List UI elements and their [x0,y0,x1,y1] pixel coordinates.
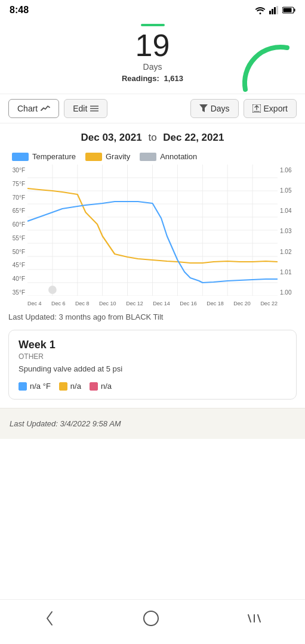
readings-value: 1,613 [164,74,183,83]
date-separator: to [148,132,156,143]
days-number: 19 [135,30,170,61]
export-label: Export [264,104,288,113]
y-axis-right: 1.06 1.05 1.04 1.03 1.02 1.01 1.00 [278,165,299,298]
week-stats: n/a °F n/a n/a [19,382,286,391]
main-chart [27,165,278,296]
filter-icon [199,104,208,113]
stat-temperature: n/a °F [19,382,51,391]
svg-rect-0 [269,11,271,14]
chart-legend: Temperature Gravity Annotation [0,148,305,165]
date-start: Dec 03, 2021 [81,132,142,143]
wifi-icon [255,6,266,14]
gravity-label: Gravity [106,152,130,161]
svg-rect-2 [274,7,276,14]
temperature-color [12,153,29,161]
week-title: Week 1 [19,339,286,351]
chart-button[interactable]: Chart [8,99,59,118]
annotation-dot [48,286,57,294]
svg-rect-5 [294,9,295,12]
progress-arc [239,36,293,95]
signal-icon [269,6,279,14]
week-type: OTHER [19,352,286,361]
menu-button[interactable] [235,610,273,630]
chart-label: Chart [17,104,38,113]
chart-area: 30°F 75°F 70°F 65°F 60°F 55°F 50°F 45°F … [0,165,305,306]
edit-label: Edit [73,104,87,113]
date-range: Dec 03, 2021 to Dec 22, 2021 [0,123,305,148]
stat-gravity-dot [59,382,67,391]
svg-marker-10 [199,104,208,112]
home-icon [143,610,159,627]
svg-rect-3 [276,6,278,14]
status-time: 8:48 [10,5,29,16]
menu-icon [247,612,261,624]
list-icon [90,105,98,112]
readings-info: Readings: 1,613 [122,74,183,83]
toolbar: Chart Edit Days Export [0,94,305,123]
readings-label: Readings: [122,74,159,83]
header-dash [141,24,165,26]
stat-annotation-label: n/a [101,382,112,391]
back-button[interactable] [32,607,67,633]
week-card: Week 1 OTHER Spunding valve added at 5 p… [8,330,297,400]
y-axis-left: 30°F 75°F 70°F 65°F 60°F 55°F 50°F 45°F … [6,165,27,298]
week-note: Spunding valve added at 5 psi [19,364,286,373]
last-updated-info: Last Updated: 3 months ago from BLACK Ti… [0,306,305,326]
battery-icon [282,7,295,14]
svg-rect-6 [284,8,292,13]
export-icon [252,104,261,113]
chart-icon [41,104,50,113]
stat-gravity: n/a [59,382,81,391]
export-button[interactable]: Export [244,99,297,118]
date-end: Dec 22, 2021 [163,132,224,143]
edit-button[interactable]: Edit [64,99,107,118]
stat-annotation: n/a [90,382,112,391]
stat-annotation-dot [90,382,98,391]
annotation-color [140,153,156,161]
footer-updated-text: Last Updated: 3/4/2022 9:58 AM [10,419,121,428]
svg-point-32 [144,611,158,626]
svg-line-35 [258,615,260,622]
svg-line-33 [248,615,251,622]
legend-gravity: Gravity [85,152,130,161]
annotation-label: Annotation [160,152,197,161]
header-section: 19 Days Readings: 1,613 [0,18,305,94]
gravity-color [85,153,102,161]
filter-label: Days [211,104,230,113]
chart-wrapper: 30°F 75°F 70°F 65°F 60°F 55°F 50°F 45°F … [6,165,299,298]
toolbar-right: Days Export [190,99,297,118]
bottom-navigation [0,599,305,644]
stat-temperature-label: n/a °F [30,382,51,391]
days-label: Days [143,62,162,72]
chart-svg-container [27,165,278,298]
legend-annotation: Annotation [140,152,197,161]
stat-temperature-dot [19,382,27,391]
footer-updated: Last Updated: 3/4/2022 9:58 AM [0,408,305,439]
stat-gravity-label: n/a [70,382,81,391]
filter-button[interactable]: Days [190,99,239,118]
legend-temperature: Temperature [12,152,76,161]
temperature-label: Temperature [32,152,76,161]
svg-rect-1 [272,9,273,14]
status-icons [255,6,295,14]
x-axis: Dec 4 Dec 6 Dec 8 Dec 10 Dec 12 Dec 14 D… [6,298,299,306]
status-bar: 8:48 [0,0,305,18]
back-icon [44,609,56,627]
home-button[interactable] [131,608,171,633]
